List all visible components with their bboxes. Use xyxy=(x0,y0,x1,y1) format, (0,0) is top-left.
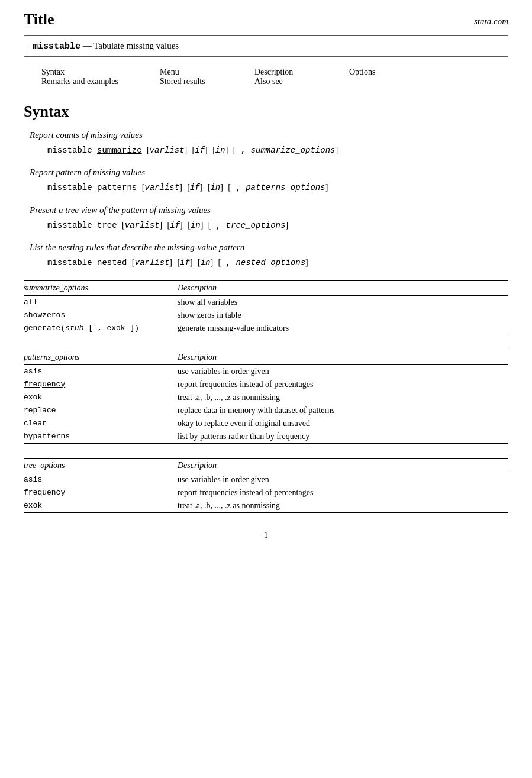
cmd-underline-patterns: patterns xyxy=(97,183,137,192)
popt-replace-desc: replace data in memory with dataset of p… xyxy=(178,404,508,417)
col2-header-patterns: Description xyxy=(178,350,508,364)
page-number: 1 xyxy=(264,531,268,540)
topt-asis-desc: use variables in order given xyxy=(178,473,508,486)
syntax-desc-patterns: Report pattern of missing values xyxy=(24,167,508,177)
command-description: Tabulate missing values xyxy=(93,41,179,50)
table-row: bypatterns list by patterns rather than … xyxy=(24,430,508,444)
table-header-summarize: summarize_options Description xyxy=(24,280,508,295)
syntax-cmd-tree: misstable tree [varlist] [if] [in] [ , t… xyxy=(24,219,508,232)
topt-frequency: frequency xyxy=(24,486,178,499)
table-row: generate(stub [ , exok ]) generate missi… xyxy=(24,322,508,335)
nav-alsosee[interactable]: Also see xyxy=(254,77,349,86)
popt-frequency-desc: report frequencies instead of percentage… xyxy=(178,378,508,391)
syntax-section-title: Syntax xyxy=(24,103,508,121)
table-row: exok treat .a, .b, ..., .z as nonmissing xyxy=(24,499,508,513)
command-box: misstable — Tabulate missing values xyxy=(24,35,508,57)
page-title: Title xyxy=(24,11,54,28)
popt-frequency: frequency xyxy=(24,378,178,391)
cmd-underline-nested: nested xyxy=(97,258,127,267)
table-row: all show all variables xyxy=(24,295,508,309)
syntax-cmd-nested: misstable nested [varlist] [if] [in] [ ,… xyxy=(24,256,508,269)
col2-header-tree: Description xyxy=(178,458,508,473)
col1-header-summarize: summarize_options xyxy=(24,280,178,295)
syntax-block-tree: Present a tree view of the pattern of mi… xyxy=(24,205,508,232)
cmd-underline-summarize: summarize xyxy=(97,146,142,155)
table-row: showzeros show zeros in table xyxy=(24,309,508,322)
opt-all-desc: show all variables xyxy=(178,295,508,309)
tree-options-table: tree_options Description asis use variab… xyxy=(24,458,508,513)
command-dash: — xyxy=(83,41,92,50)
command-name: misstable xyxy=(33,41,80,51)
syntax-block-summarize: Report counts of missing values misstabl… xyxy=(24,130,508,157)
table-row: clear okay to replace even if original u… xyxy=(24,417,508,430)
opt-generate: generate(stub [ , exok ]) xyxy=(24,322,178,335)
patterns-options-table: patterns_options Description asis use va… xyxy=(24,350,508,444)
popt-replace: replace xyxy=(24,404,178,417)
nav-options[interactable]: Options xyxy=(349,67,420,77)
topt-exok-desc: treat .a, .b, ..., .z as nonmissing xyxy=(178,499,508,513)
nav-syntax[interactable]: Syntax xyxy=(41,67,160,77)
nav-links: Syntax Menu Description Options Remarks … xyxy=(24,67,508,86)
col2-header-summarize: Description xyxy=(178,280,508,295)
popt-asis-desc: use variables in order given xyxy=(178,364,508,378)
opt-generate-desc: generate missing-value indicators xyxy=(178,322,508,335)
nav-description[interactable]: Description xyxy=(254,67,349,77)
popt-exok-desc: treat .a, .b, ..., .z as nonmissing xyxy=(178,391,508,404)
table-header-tree: tree_options Description xyxy=(24,458,508,473)
opt-all: all xyxy=(24,295,178,309)
popt-asis: asis xyxy=(24,364,178,378)
col1-header-tree: tree_options xyxy=(24,458,178,473)
col1-header-patterns: patterns_options xyxy=(24,350,178,364)
table-row: frequency report frequencies instead of … xyxy=(24,378,508,391)
topt-exok: exok xyxy=(24,499,178,513)
nav-stored[interactable]: Stored results xyxy=(160,77,254,86)
page-header: Title stata.com xyxy=(24,11,508,28)
table-row: asis use variables in order given xyxy=(24,473,508,486)
nav-remarks[interactable]: Remarks and examples xyxy=(41,77,160,86)
topt-asis: asis xyxy=(24,473,178,486)
syntax-block-nested: List the nesting rules that describe the… xyxy=(24,243,508,269)
opt-showzeros: showzeros xyxy=(24,309,178,322)
table-header-patterns: patterns_options Description xyxy=(24,350,508,364)
popt-clear-desc: okay to replace even if original unsaved xyxy=(178,417,508,430)
stata-brand: stata.com xyxy=(474,17,508,27)
page-footer: 1 xyxy=(24,531,508,540)
syntax-block-patterns: Report pattern of missing values misstab… xyxy=(24,167,508,194)
popt-clear: clear xyxy=(24,417,178,430)
popt-exok: exok xyxy=(24,391,178,404)
opt-showzeros-desc: show zeros in table xyxy=(178,309,508,322)
nav-menu[interactable]: Menu xyxy=(160,67,254,77)
popt-bypatterns-desc: list by patterns rather than by frequenc… xyxy=(178,430,508,444)
syntax-cmd-summarize: misstable summarize [varlist] [if] [in] … xyxy=(24,144,508,157)
summarize-options-table: summarize_options Description all show a… xyxy=(24,280,508,335)
table-row: frequency report frequencies instead of … xyxy=(24,486,508,499)
popt-bypatterns: bypatterns xyxy=(24,430,178,444)
syntax-desc-nested: List the nesting rules that describe the… xyxy=(24,243,508,253)
syntax-cmd-patterns: misstable patterns [varlist] [if] [in] [… xyxy=(24,181,508,194)
syntax-desc-summarize: Report counts of missing values xyxy=(24,130,508,140)
table-row: asis use variables in order given xyxy=(24,364,508,378)
table-row: replace replace data in memory with data… xyxy=(24,404,508,417)
table-row: exok treat .a, .b, ..., .z as nonmissing xyxy=(24,391,508,404)
syntax-section: Syntax Report counts of missing values m… xyxy=(24,103,508,270)
topt-frequency-desc: report frequencies instead of percentage… xyxy=(178,486,508,499)
syntax-desc-tree: Present a tree view of the pattern of mi… xyxy=(24,205,508,215)
